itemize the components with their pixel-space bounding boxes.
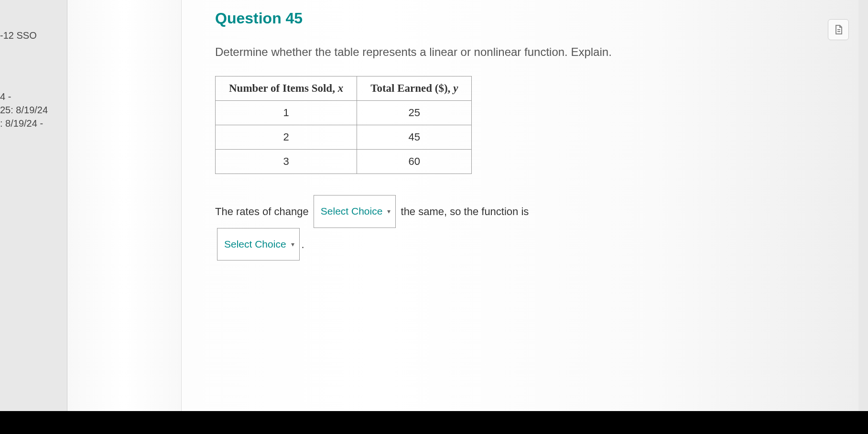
answer-text-1: The rates of change xyxy=(215,206,309,217)
document-icon xyxy=(833,24,844,35)
sidebar-date-line-2: 25: 8/19/24 xyxy=(0,103,63,117)
sidebar: -12 SSO 4 - 25: 8/19/24 : 8/19/24 - xyxy=(0,0,67,434)
chevron-down-icon: ▾ xyxy=(291,236,294,253)
question-prompt: Determine whether the table represents a… xyxy=(215,45,830,59)
select-choice-2[interactable]: Select Choice ▾ xyxy=(217,228,300,261)
answer-block: The rates of change Select Choice ▾ the … xyxy=(215,195,830,260)
document-button[interactable] xyxy=(828,19,849,40)
table-cell-x: 1 xyxy=(216,101,357,125)
bottom-bar xyxy=(0,411,868,434)
sidebar-date-line-3: : 8/19/24 - xyxy=(0,117,63,130)
question-title: Question 45 xyxy=(215,10,830,27)
table-row: 2 45 xyxy=(216,125,472,150)
table-row: 1 25 xyxy=(216,101,472,125)
sidebar-date-line-1: 4 - xyxy=(0,90,63,103)
table-cell-x: 2 xyxy=(216,125,357,150)
table-cell-y: 60 xyxy=(357,150,472,174)
table-header-x: Number of Items Sold, x xyxy=(216,76,357,101)
table-header-y: Total Earned ($), y xyxy=(357,76,472,101)
table-cell-y: 45 xyxy=(357,125,472,150)
main-panel: Question 45 Determine whether the table … xyxy=(182,0,858,434)
data-table: Number of Items Sold, x Total Earned ($)… xyxy=(215,76,472,174)
table-cell-y: 25 xyxy=(357,101,472,125)
answer-text-2: the same, so the function is xyxy=(401,206,529,217)
divider-panel xyxy=(67,0,182,434)
table-row: 3 60 xyxy=(216,150,472,174)
select-choice-1[interactable]: Select Choice ▾ xyxy=(314,195,396,228)
table-cell-x: 3 xyxy=(216,150,357,174)
sidebar-sso-label: -12 SSO xyxy=(0,29,63,42)
chevron-down-icon: ▾ xyxy=(387,203,391,220)
answer-period: . xyxy=(302,238,304,250)
